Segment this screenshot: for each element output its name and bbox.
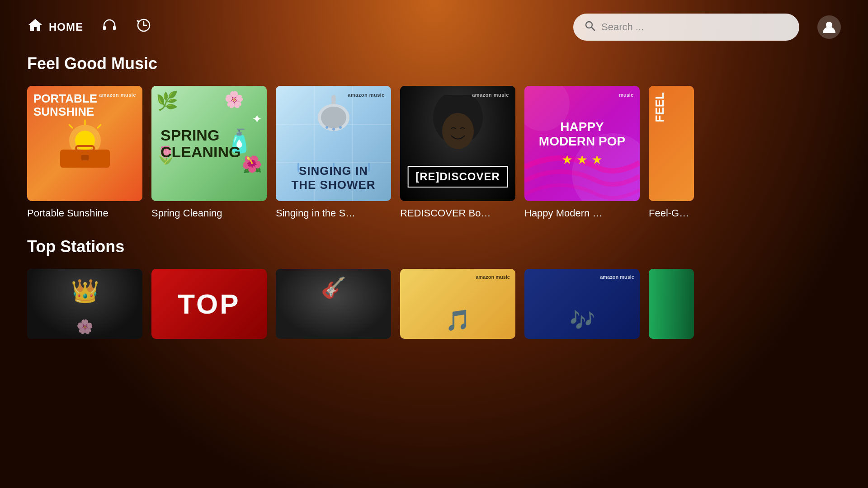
card-portable-sunshine[interactable]: amazon music <box>27 86 142 219</box>
card-singing-shower[interactable]: amazon music <box>276 86 391 219</box>
top-overlay-text: TOP <box>178 288 240 320</box>
station-card-4[interactable]: amazon music 🎵 <box>400 269 515 339</box>
svg-point-21 <box>326 126 328 129</box>
svg-rect-0 <box>103 26 106 30</box>
card-rediscover[interactable]: amazon music <box>400 86 515 219</box>
card-spring-cleaning-image: amazon music 🌿 🌸 🌷 🌺 🧴 ✦ <box>151 86 267 201</box>
home-icon <box>27 17 43 37</box>
happy-pop-line1: HAPPY <box>560 120 604 134</box>
station-card-2[interactable]: TOP <box>151 269 267 339</box>
header: HOME <box>0 0 868 54</box>
portable-sunshine-badge: amazon music <box>99 92 136 98</box>
happy-pop-label: Happy Modern … <box>524 207 640 219</box>
nav-left: HOME <box>27 17 555 37</box>
card-feel-good-country[interactable]: FEEL Feel-Go… <box>649 86 694 219</box>
feel-good-label: Feel-Go… <box>649 207 694 219</box>
search-input[interactable] <box>601 21 788 33</box>
svg-rect-10 <box>81 155 89 160</box>
profile-button[interactable] <box>817 15 841 39</box>
headphones-icon <box>101 17 118 37</box>
station-card-3[interactable]: 🎸 <box>276 269 391 339</box>
card-happy-modern-pop-image: music HAPPY <box>524 86 640 201</box>
station4-badge: amazon music <box>476 274 510 280</box>
svg-line-12 <box>98 125 101 128</box>
nav-home[interactable]: HOME <box>27 17 83 37</box>
station-card-5[interactable]: amazon music 🎶 <box>524 269 640 339</box>
feel-good-music-section: Feel Good Music amazon music <box>0 54 868 219</box>
shower-line2: THE SHOWER <box>291 178 375 192</box>
rediscover-label: REDISCOVER Bo… <box>400 207 515 219</box>
nav-right <box>817 15 841 39</box>
svg-point-7 <box>75 131 95 150</box>
card-spring-cleaning[interactable]: amazon music 🌿 🌸 🌷 🌺 🧴 ✦ <box>151 86 267 219</box>
top-stations-cards: 👑 🌸 TOP 🎸 amazon music <box>27 269 841 339</box>
feel-good-music-cards: amazon music <box>27 86 841 219</box>
nav-history[interactable] <box>136 17 152 37</box>
history-icon <box>136 17 152 37</box>
card-portable-sunshine-image: amazon music <box>27 86 142 201</box>
nav-headphones[interactable] <box>101 17 118 37</box>
svg-line-13 <box>69 125 72 128</box>
svg-line-4 <box>592 28 595 31</box>
card-happy-modern-pop[interactable]: music HAPPY <box>524 86 640 219</box>
shower-line1: SINGING IN <box>299 164 368 178</box>
spring-cleaning-line2: CLEANING <box>160 143 241 160</box>
search-icon <box>584 20 596 34</box>
top-stations-title: Top Stations <box>27 237 841 256</box>
svg-point-23 <box>339 126 342 129</box>
portable-sunshine-label: Portable Sunshine <box>27 207 142 219</box>
search-bar[interactable] <box>573 14 799 41</box>
spring-cleaning-label: Spring Cleaning <box>151 207 267 219</box>
spring-cleaning-line1: SPRING <box>160 126 219 143</box>
rediscover-badge-text: [RE]DISCOVER <box>415 170 500 183</box>
svg-point-20 <box>321 107 346 128</box>
happy-pop-stars: ★ ★ ★ <box>530 152 634 167</box>
svg-rect-1 <box>113 26 116 30</box>
portable-sunshine-line1: PORTABLE <box>33 92 97 105</box>
portable-sunshine-line2: SUNSHINE <box>33 105 94 118</box>
svg-point-22 <box>332 128 335 131</box>
happy-pop-line2: MODERN POP <box>539 134 625 148</box>
top-stations-section: Top Stations 👑 🌸 TOP <box>0 237 868 339</box>
station-card-1[interactable]: 👑 🌸 <box>27 269 142 339</box>
card-singing-shower-image: amazon music <box>276 86 391 201</box>
station-card-6[interactable] <box>649 269 694 339</box>
home-label: HOME <box>49 21 83 33</box>
feel-good-music-title: Feel Good Music <box>27 54 841 73</box>
svg-point-25 <box>442 113 474 149</box>
singing-shower-label: Singing in the S… <box>276 207 391 219</box>
card-rediscover-image: amazon music <box>400 86 515 201</box>
station5-badge: amazon music <box>600 274 634 280</box>
rediscover-badge: amazon music <box>472 92 509 98</box>
